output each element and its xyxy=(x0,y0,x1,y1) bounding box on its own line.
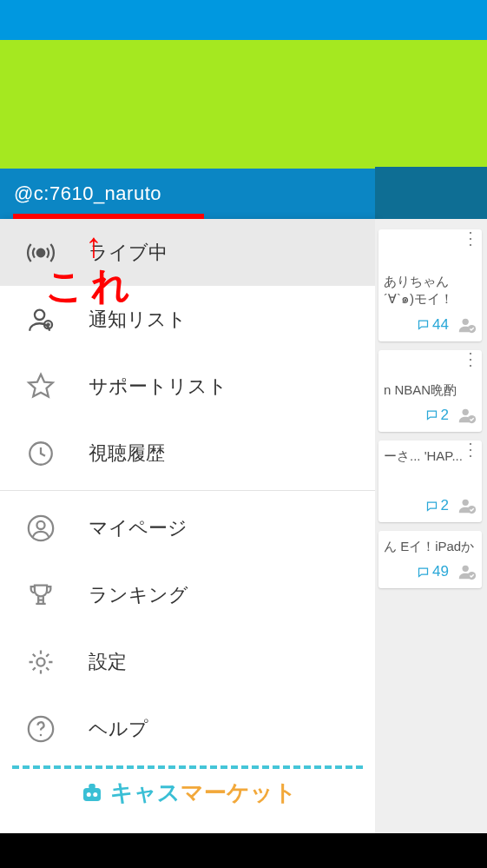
side-drawer: ライブ中 通知リスト サポートリスト xyxy=(0,219,375,836)
user-handle: @c:7610_naruto xyxy=(14,182,161,205)
menu-item-label: マイページ xyxy=(89,515,188,541)
live-card[interactable]: ⋮ ーさ... 'HAP... 2 xyxy=(378,441,482,522)
menu-divider xyxy=(0,490,375,491)
app-root: @c:7610_naruto ライブ中 xyxy=(0,0,487,868)
menu-item-ranking[interactable]: ランキング xyxy=(0,561,375,628)
menu-item-live[interactable]: ライブ中 xyxy=(0,219,375,286)
live-card[interactable]: ⋮ n NBAN晩酌 2 xyxy=(378,350,482,432)
menu-item-label: 設定 xyxy=(89,649,127,675)
user-check-icon xyxy=(457,562,477,581)
annotation-underline xyxy=(13,214,204,219)
content-peek: ⋮ ありちゃん ´∀`๑)モイ！ 44 ⋮ n NBAN晩酌 2 xyxy=(375,219,487,836)
profile-icon xyxy=(26,514,56,543)
more-icon[interactable]: ⋮ xyxy=(462,355,478,362)
svg-point-10 xyxy=(86,792,90,797)
menu-item-notify[interactable]: 通知リスト xyxy=(0,286,375,353)
comment-count: 49 xyxy=(417,563,449,580)
comment-count: 44 xyxy=(417,316,449,334)
trophy-icon xyxy=(26,580,56,610)
menu-item-help[interactable]: ヘルプ xyxy=(0,695,375,762)
svg-point-0 xyxy=(37,248,45,256)
svg-rect-9 xyxy=(83,788,101,801)
nav-bar-blackout xyxy=(0,833,487,868)
market-brand-text: キャスマーケット xyxy=(110,778,297,808)
gear-icon xyxy=(26,647,56,677)
svg-point-8 xyxy=(40,733,43,736)
appbar-peek xyxy=(375,167,487,219)
menu-item-mypage[interactable]: マイページ xyxy=(0,494,375,561)
user-plus-icon xyxy=(26,305,56,335)
menu-item-label: サポートリスト xyxy=(89,374,227,400)
market-banner[interactable]: キャスマーケット xyxy=(12,765,363,816)
svg-point-6 xyxy=(36,658,44,666)
live-card[interactable]: ん Eイ！iPadか 49 xyxy=(378,531,482,588)
svg-point-15 xyxy=(463,408,469,414)
svg-point-11 xyxy=(93,792,97,797)
user-check-icon xyxy=(457,315,477,335)
comment-count: 2 xyxy=(425,407,449,424)
menu-item-label: 視聴履歴 xyxy=(89,441,165,467)
highlight-banner xyxy=(0,40,487,169)
svg-point-5 xyxy=(36,520,44,528)
market-mascot-icon xyxy=(79,779,105,805)
user-check-icon xyxy=(457,496,477,515)
more-icon[interactable]: ⋮ xyxy=(462,235,478,242)
menu-item-support[interactable]: サポートリスト xyxy=(0,353,375,420)
menu-item-label: ヘルプ xyxy=(89,716,148,742)
card-text: ありちゃん ´∀`๑)モイ！ xyxy=(384,273,477,308)
svg-point-17 xyxy=(463,500,469,506)
svg-point-19 xyxy=(463,566,469,572)
svg-rect-12 xyxy=(89,784,95,789)
user-check-icon xyxy=(457,406,477,425)
menu-item-history[interactable]: 視聴履歴 xyxy=(0,420,375,487)
menu-item-label: ランキング xyxy=(89,582,188,608)
menu-item-settings[interactable]: 設定 xyxy=(0,628,375,695)
card-text: ん Eイ！iPadか xyxy=(384,538,477,555)
star-icon xyxy=(26,372,56,401)
menu-item-label: 通知リスト xyxy=(89,307,187,333)
more-icon[interactable]: ⋮ xyxy=(462,446,478,453)
help-icon xyxy=(26,714,56,744)
svg-point-1 xyxy=(35,309,44,319)
status-bar xyxy=(0,0,487,40)
svg-point-13 xyxy=(463,318,469,324)
broadcast-icon xyxy=(26,238,56,268)
menu-item-label: ライブ中 xyxy=(89,240,168,266)
live-card[interactable]: ⋮ ありちゃん ´∀`๑)モイ！ 44 xyxy=(378,229,482,341)
card-text: n NBAN晩酌 xyxy=(384,381,477,399)
comment-count: 2 xyxy=(425,497,449,514)
clock-icon xyxy=(26,439,56,468)
